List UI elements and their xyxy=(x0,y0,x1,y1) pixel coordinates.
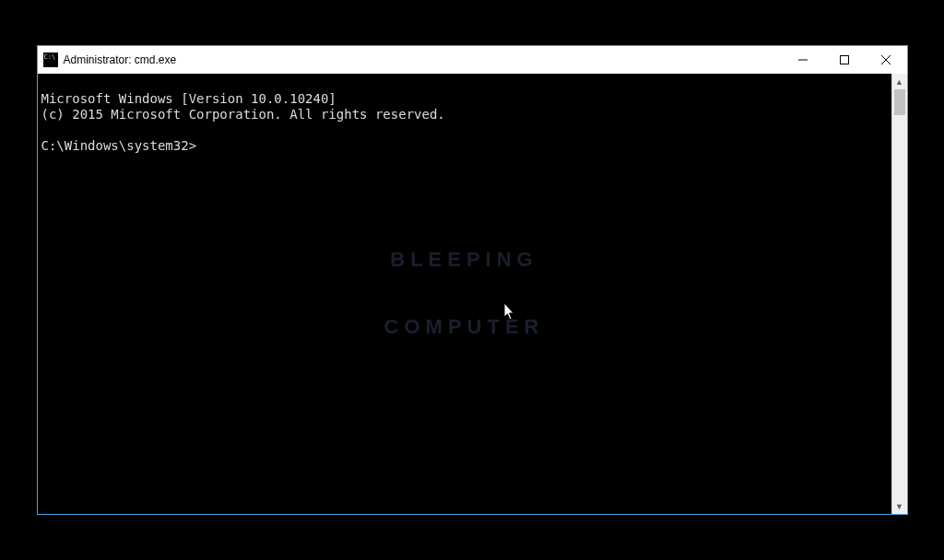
console-line: Microsoft Windows [Version 10.0.10240] xyxy=(41,91,336,106)
maximize-button[interactable] xyxy=(824,46,866,74)
watermark-line: BLEEPING xyxy=(384,250,545,272)
window-title: Administrator: cmd.exe xyxy=(64,53,177,66)
scroll-down-arrow[interactable]: ▼ xyxy=(892,498,907,514)
scroll-thumb[interactable] xyxy=(894,89,905,115)
watermark: BLEEPING COMPUTER xyxy=(384,204,545,383)
client-area: Microsoft Windows [Version 10.0.10240] (… xyxy=(38,74,907,514)
vertical-scrollbar[interactable]: ▲ ▼ xyxy=(891,74,907,514)
close-button[interactable] xyxy=(866,46,907,74)
titlebar[interactable]: Administrator: cmd.exe xyxy=(38,46,907,74)
window-controls xyxy=(783,46,907,74)
console-prompt: C:\Windows\system32> xyxy=(41,138,197,153)
watermark-line: COMPUTER xyxy=(384,316,545,338)
scroll-track[interactable] xyxy=(892,89,907,498)
svg-rect-1 xyxy=(841,56,849,64)
minimize-button[interactable] xyxy=(783,46,824,74)
cmd-icon xyxy=(43,52,58,67)
scroll-up-arrow[interactable]: ▲ xyxy=(892,74,907,89)
console-line: (c) 2015 Microsoft Corporation. All righ… xyxy=(41,107,445,122)
console-output[interactable]: Microsoft Windows [Version 10.0.10240] (… xyxy=(38,74,891,514)
cmd-window: Administrator: cmd.exe Microsoft Windows… xyxy=(37,45,908,515)
